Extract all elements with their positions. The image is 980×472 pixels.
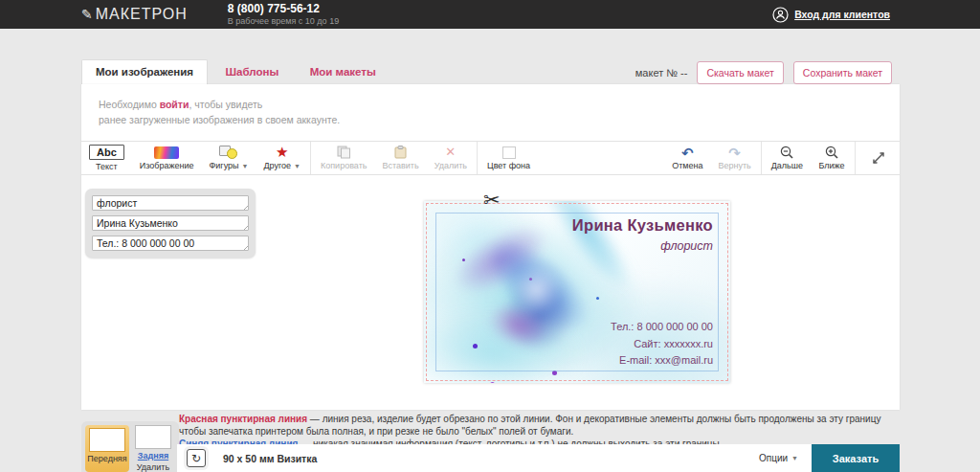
copy-label: Копировать: [321, 161, 367, 170]
tab-my-images[interactable]: Мои изображения: [81, 59, 208, 84]
copy-button[interactable]: Копировать: [313, 142, 374, 174]
card-name-field[interactable]: Ирина Кузьменко: [92, 215, 249, 231]
notice-login-link[interactable]: войти: [160, 99, 189, 110]
zoom-out-icon: [780, 146, 794, 159]
shapes-dropdown-button[interactable]: Фигуры▼: [201, 142, 256, 174]
undo-button[interactable]: ↶ Отмена: [664, 142, 710, 174]
back-thumb-image: [135, 425, 171, 449]
business-card-preview[interactable]: ✂ Ирина Кузьменко флорист Тел.: 8 000 00…: [424, 201, 730, 383]
back-side-link[interactable]: Задняя: [138, 451, 168, 461]
toolbar-separator: [310, 142, 311, 174]
paste-button[interactable]: Вставить: [374, 142, 426, 174]
login-link-block[interactable]: Вход для клиентов: [772, 7, 890, 23]
undo-label: Отмена: [672, 161, 702, 170]
layout-controls: макет № -- Скачать макет Сохранить макет: [635, 61, 892, 84]
delete-side-link[interactable]: Удалить: [131, 462, 175, 472]
card-contacts-text[interactable]: Тел.: 8 000 000 00 00 Сайт: xxxxxxx.ru E…: [611, 319, 713, 370]
toolbar-separator: [477, 142, 478, 174]
redo-button[interactable]: ↷ Вернуть: [710, 142, 758, 174]
chevron-down-icon: ▼: [791, 455, 798, 461]
notice-suffix: , чтобы увидеть: [189, 99, 262, 110]
bottom-bar: ↻ 90 x 50 мм Визитка Опции ▼ Заказать: [177, 444, 900, 472]
redo-icon: ↷: [728, 146, 741, 159]
copy-icon: [337, 146, 351, 159]
front-side-label: Передняя: [87, 454, 126, 463]
bg-color-label: Цвет фона: [487, 161, 530, 170]
notice-line2: ранее загруженные изображения в своем ак…: [99, 114, 340, 125]
star-icon: ★: [276, 146, 288, 159]
login-link[interactable]: Вход для клиентов: [794, 9, 890, 20]
scissors-icon: ✂: [483, 189, 501, 212]
delete-x-icon: ✕: [445, 146, 456, 159]
working-hours: В рабочее время с 10 до 19: [228, 16, 339, 26]
card-phone-text: Тел.: 8 000 000 00 00: [611, 319, 713, 336]
phone-number: 8 (800) 775-56-12: [228, 3, 339, 16]
card-sides-panel: Передняя Задняя Удалить: [81, 421, 179, 472]
order-button[interactable]: Заказать: [812, 444, 900, 472]
editor-toolbar: Abc Текст Изображение Фигуры▼ ★ Другое▼ …: [81, 141, 900, 175]
user-icon: [772, 7, 789, 23]
front-thumb-image: [89, 428, 125, 452]
tab-my-layouts[interactable]: Мои макеты: [297, 60, 390, 84]
other-label: Другое: [263, 161, 291, 170]
rotate-icon: ↻: [191, 452, 201, 465]
card-name-text[interactable]: Ирина Кузьменко: [572, 216, 713, 235]
tab-templates[interactable]: Шаблоны: [212, 60, 293, 84]
options-label: Опции: [759, 453, 788, 463]
paste-icon: [394, 146, 407, 159]
phone-block: 8 (800) 775-56-12 В рабочее время с 10 д…: [228, 2, 339, 26]
options-dropdown[interactable]: Опции ▼: [759, 453, 798, 463]
layout-number: макет № --: [635, 67, 688, 79]
top-header: ✎ МАКЕТРОН 8 (800) 775-56-12 В рабочее в…: [0, 0, 980, 29]
card-site-text: Сайт: xxxxxxx.ru: [611, 336, 713, 353]
add-image-button[interactable]: Изображение: [132, 142, 202, 174]
tabs-row: Мои изображения Шаблоны Мои макеты макет…: [81, 59, 900, 84]
zoom-in-label: Ближе: [818, 161, 844, 170]
expand-icon: [871, 150, 886, 166]
shapes-icon: [217, 146, 240, 159]
paste-label: Вставить: [382, 161, 418, 170]
card-phone-field[interactable]: Тел.: 8 000 000 00 00: [92, 236, 249, 251]
text-fields-panel: флорист Ирина Кузьменко Тел.: 8 000 000 …: [85, 189, 256, 258]
back-side-thumb[interactable]: Задняя Удалить: [131, 425, 175, 472]
front-side-thumb[interactable]: Передняя: [85, 425, 129, 472]
toolbar-right-group: ↶ Отмена ↷ Вернуть Дальше Ближе: [664, 142, 900, 174]
red-line-title: Красная пунктирная линия: [179, 414, 307, 424]
add-image-label: Изображение: [140, 161, 194, 170]
logo-text: МАКЕТРОН: [96, 6, 188, 23]
download-layout-button[interactable]: Скачать макет: [697, 61, 783, 84]
delete-button[interactable]: ✕ Удалить: [427, 142, 475, 174]
chevron-down-icon: ▼: [294, 163, 301, 169]
add-text-button[interactable]: Abc Текст: [81, 142, 132, 174]
chevron-down-icon: ▼: [242, 163, 249, 169]
redo-label: Вернуть: [718, 161, 750, 170]
bg-color-button[interactable]: Цвет фона: [479, 142, 538, 174]
card-title-text[interactable]: флорист: [660, 239, 713, 253]
image-icon: [154, 146, 179, 159]
card-title-field[interactable]: флорист: [92, 195, 249, 211]
add-text-label: Текст: [96, 162, 118, 171]
notice-prefix: Необходимо: [99, 99, 160, 110]
card-email-text: E-mail: xxx@mail.ru: [611, 352, 713, 370]
rotate-card-button[interactable]: ↻: [187, 449, 206, 467]
fullscreen-button[interactable]: [858, 142, 900, 174]
toolbar-separator: [761, 142, 762, 174]
undo-icon: ↶: [681, 146, 694, 159]
main-panel: Необходимо войти, чтобы увидеть ранее за…: [81, 84, 900, 410]
logo[interactable]: ✎ МАКЕТРОН: [81, 6, 188, 23]
product-size-label: 90 x 50 мм Визитка: [223, 453, 317, 464]
zoom-in-button[interactable]: Ближе: [811, 142, 853, 174]
abc-icon: Abc: [89, 145, 124, 160]
zoom-out-label: Дальше: [771, 161, 803, 170]
other-dropdown-button[interactable]: ★ Другое▼: [256, 142, 308, 174]
save-layout-button[interactable]: Сохранить макет: [793, 61, 892, 84]
shapes-label: Фигуры: [209, 161, 238, 170]
login-notice: Необходимо войти, чтобы увидеть ранее за…: [81, 84, 900, 141]
delete-label: Удалить: [434, 161, 467, 170]
color-swatch-icon: [502, 146, 516, 159]
zoom-in-icon: [825, 146, 839, 159]
pencil-icon: ✎: [81, 7, 94, 22]
zoom-out-button[interactable]: Дальше: [764, 142, 811, 174]
toolbar-separator: [855, 142, 856, 174]
editor-canvas: флорист Ирина Кузьменко Тел.: 8 000 000 …: [81, 175, 900, 408]
